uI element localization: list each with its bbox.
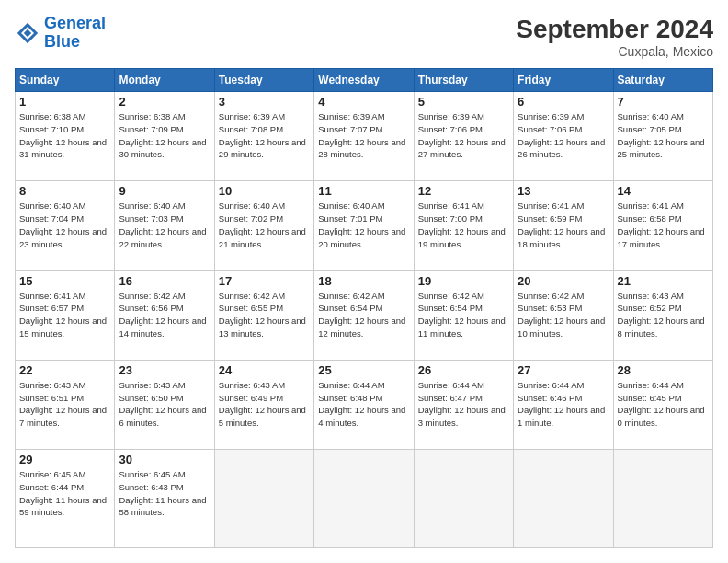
header-monday: Monday xyxy=(115,69,214,92)
calendar-day: 24Sunrise: 6:43 AMSunset: 6:49 PMDayligh… xyxy=(214,360,313,449)
calendar-week-row: 8Sunrise: 6:40 AMSunset: 7:04 PMDaylight… xyxy=(16,181,713,270)
day-number: 30 xyxy=(119,453,210,466)
calendar-day: 16Sunrise: 6:42 AMSunset: 6:56 PMDayligh… xyxy=(115,270,214,360)
calendar-day: 14Sunrise: 6:41 AMSunset: 6:58 PMDayligh… xyxy=(613,181,712,270)
weekday-header-row: Sunday Monday Tuesday Wednesday Thursday… xyxy=(16,69,713,92)
calendar-day: 2Sunrise: 6:38 AMSunset: 7:09 PMDaylight… xyxy=(115,92,214,181)
day-info: Sunrise: 6:42 AMSunset: 6:56 PMDaylight:… xyxy=(119,290,210,340)
day-number: 7 xyxy=(618,95,709,109)
day-number: 17 xyxy=(219,274,310,288)
title-block: September 2024 Cuxpala, Mexico xyxy=(516,15,713,59)
day-info: Sunrise: 6:39 AMSunset: 7:08 PMDaylight:… xyxy=(219,110,310,161)
calendar-day xyxy=(214,450,313,548)
day-number: 16 xyxy=(119,274,210,288)
day-info: Sunrise: 6:43 AMSunset: 6:49 PMDaylight:… xyxy=(219,379,310,430)
header-sunday: Sunday xyxy=(16,69,115,92)
calendar-week-row: 1Sunrise: 6:38 AMSunset: 7:10 PMDaylight… xyxy=(16,92,713,181)
day-number: 20 xyxy=(518,274,609,288)
calendar-day: 22Sunrise: 6:43 AMSunset: 6:51 PMDayligh… xyxy=(16,360,115,449)
day-number: 28 xyxy=(618,363,709,377)
day-number: 2 xyxy=(119,95,210,109)
calendar-day: 30Sunrise: 6:45 AMSunset: 6:43 PMDayligh… xyxy=(115,450,214,548)
day-info: Sunrise: 6:42 AMSunset: 6:54 PMDaylight:… xyxy=(418,290,509,340)
calendar-day xyxy=(414,450,513,548)
day-number: 15 xyxy=(19,274,110,288)
day-info: Sunrise: 6:38 AMSunset: 7:10 PMDaylight:… xyxy=(19,110,110,161)
calendar-day: 28Sunrise: 6:44 AMSunset: 6:45 PMDayligh… xyxy=(613,360,712,449)
calendar-table: Sunday Monday Tuesday Wednesday Thursday… xyxy=(15,68,713,548)
day-number: 14 xyxy=(618,184,709,198)
day-number: 23 xyxy=(119,363,210,377)
day-info: Sunrise: 6:40 AMSunset: 7:01 PMDaylight:… xyxy=(318,200,409,250)
day-info: Sunrise: 6:43 AMSunset: 6:51 PMDaylight:… xyxy=(19,379,110,430)
calendar-day: 7Sunrise: 6:40 AMSunset: 7:05 PMDaylight… xyxy=(613,92,712,181)
calendar-day: 26Sunrise: 6:44 AMSunset: 6:47 PMDayligh… xyxy=(414,360,513,449)
day-info: Sunrise: 6:40 AMSunset: 7:05 PMDaylight:… xyxy=(618,110,709,161)
day-number: 10 xyxy=(219,184,310,198)
header-tuesday: Tuesday xyxy=(214,69,313,92)
day-number: 26 xyxy=(418,363,509,377)
day-info: Sunrise: 6:40 AMSunset: 7:03 PMDaylight:… xyxy=(119,200,210,250)
day-number: 3 xyxy=(219,95,310,109)
calendar-week-row: 29Sunrise: 6:45 AMSunset: 6:44 PMDayligh… xyxy=(16,450,713,548)
page: General Blue September 2024 Cuxpala, Mex… xyxy=(0,0,728,563)
calendar-day: 19Sunrise: 6:42 AMSunset: 6:54 PMDayligh… xyxy=(414,270,513,360)
logo-line2: Blue xyxy=(44,32,80,51)
day-info: Sunrise: 6:40 AMSunset: 7:02 PMDaylight:… xyxy=(219,200,310,250)
calendar-day: 17Sunrise: 6:42 AMSunset: 6:55 PMDayligh… xyxy=(214,270,313,360)
day-info: Sunrise: 6:41 AMSunset: 7:00 PMDaylight:… xyxy=(418,200,509,250)
calendar-day: 5Sunrise: 6:39 AMSunset: 7:06 PMDaylight… xyxy=(414,92,513,181)
calendar-day: 9Sunrise: 6:40 AMSunset: 7:03 PMDaylight… xyxy=(115,181,214,270)
calendar-day: 15Sunrise: 6:41 AMSunset: 6:57 PMDayligh… xyxy=(16,270,115,360)
calendar-day: 27Sunrise: 6:44 AMSunset: 6:46 PMDayligh… xyxy=(514,360,613,449)
calendar-day: 29Sunrise: 6:45 AMSunset: 6:44 PMDayligh… xyxy=(16,450,115,548)
calendar-day: 6Sunrise: 6:39 AMSunset: 7:06 PMDaylight… xyxy=(514,92,613,181)
day-number: 4 xyxy=(318,95,409,109)
month-title: September 2024 xyxy=(516,15,713,44)
day-info: Sunrise: 6:45 AMSunset: 6:43 PMDaylight:… xyxy=(119,468,210,519)
day-info: Sunrise: 6:44 AMSunset: 6:47 PMDaylight:… xyxy=(418,379,509,430)
day-number: 29 xyxy=(19,453,110,466)
header-wednesday: Wednesday xyxy=(314,69,414,92)
day-number: 1 xyxy=(19,95,110,109)
day-info: Sunrise: 6:40 AMSunset: 7:04 PMDaylight:… xyxy=(19,200,110,250)
day-number: 18 xyxy=(318,274,409,288)
calendar-day: 3Sunrise: 6:39 AMSunset: 7:08 PMDaylight… xyxy=(214,92,313,181)
calendar-day: 4Sunrise: 6:39 AMSunset: 7:07 PMDaylight… xyxy=(314,92,414,181)
day-number: 8 xyxy=(19,184,110,198)
day-number: 19 xyxy=(418,274,509,288)
calendar-day: 21Sunrise: 6:43 AMSunset: 6:52 PMDayligh… xyxy=(613,270,712,360)
calendar-day: 8Sunrise: 6:40 AMSunset: 7:04 PMDaylight… xyxy=(16,181,115,270)
day-number: 12 xyxy=(418,184,509,198)
day-info: Sunrise: 6:39 AMSunset: 7:06 PMDaylight:… xyxy=(418,110,509,161)
calendar-week-row: 22Sunrise: 6:43 AMSunset: 6:51 PMDayligh… xyxy=(16,360,713,449)
calendar-day: 20Sunrise: 6:42 AMSunset: 6:53 PMDayligh… xyxy=(514,270,613,360)
day-info: Sunrise: 6:42 AMSunset: 6:54 PMDaylight:… xyxy=(318,290,409,340)
calendar-day: 23Sunrise: 6:43 AMSunset: 6:50 PMDayligh… xyxy=(115,360,214,449)
calendar-day: 12Sunrise: 6:41 AMSunset: 7:00 PMDayligh… xyxy=(414,181,513,270)
header-saturday: Saturday xyxy=(613,69,712,92)
day-number: 11 xyxy=(318,184,409,198)
location: Cuxpala, Mexico xyxy=(516,44,713,59)
calendar-day: 1Sunrise: 6:38 AMSunset: 7:10 PMDaylight… xyxy=(16,92,115,181)
day-info: Sunrise: 6:41 AMSunset: 6:59 PMDaylight:… xyxy=(518,200,609,250)
calendar-day: 10Sunrise: 6:40 AMSunset: 7:02 PMDayligh… xyxy=(214,181,313,270)
logo: General Blue xyxy=(15,15,106,52)
day-info: Sunrise: 6:39 AMSunset: 7:07 PMDaylight:… xyxy=(318,110,409,161)
day-info: Sunrise: 6:45 AMSunset: 6:44 PMDaylight:… xyxy=(19,468,110,519)
day-info: Sunrise: 6:38 AMSunset: 7:09 PMDaylight:… xyxy=(119,110,210,161)
day-number: 27 xyxy=(518,363,609,377)
day-info: Sunrise: 6:44 AMSunset: 6:46 PMDaylight:… xyxy=(518,379,609,430)
day-info: Sunrise: 6:42 AMSunset: 6:53 PMDaylight:… xyxy=(518,290,609,340)
day-info: Sunrise: 6:42 AMSunset: 6:55 PMDaylight:… xyxy=(219,290,310,340)
calendar-day xyxy=(514,450,613,548)
day-number: 22 xyxy=(19,363,110,377)
logo-text: General Blue xyxy=(44,15,106,52)
day-info: Sunrise: 6:41 AMSunset: 6:58 PMDaylight:… xyxy=(618,200,709,250)
header-friday: Friday xyxy=(514,69,613,92)
logo-icon xyxy=(15,20,40,46)
calendar-day: 13Sunrise: 6:41 AMSunset: 6:59 PMDayligh… xyxy=(514,181,613,270)
calendar-week-row: 15Sunrise: 6:41 AMSunset: 6:57 PMDayligh… xyxy=(16,270,713,360)
day-number: 24 xyxy=(219,363,310,377)
day-number: 25 xyxy=(318,363,409,377)
